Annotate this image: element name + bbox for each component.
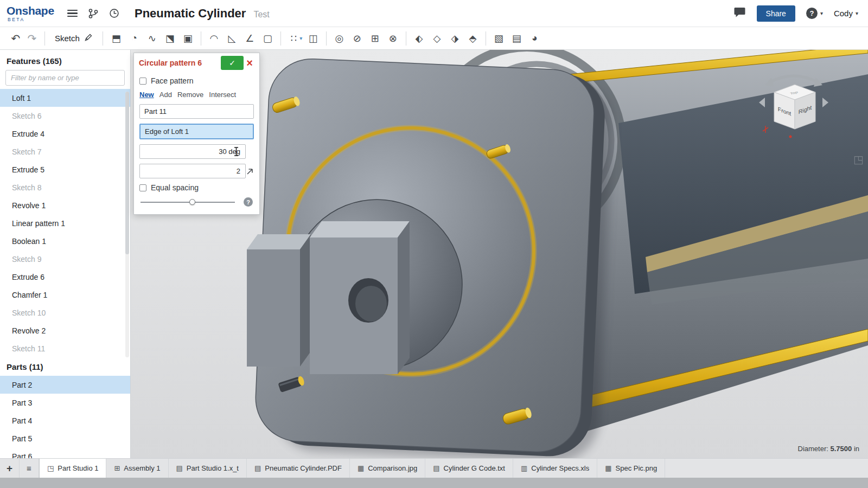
boolean-icon[interactable]: ◎ <box>330 30 348 47</box>
feature-item[interactable]: Sketch 6 <box>0 107 130 125</box>
chamfer-icon[interactable]: ◺ <box>223 30 241 47</box>
feature-item[interactable]: Extrude 4 <box>0 125 130 143</box>
accept-button[interactable]: ✓ <box>221 56 244 70</box>
sweep-icon[interactable]: ∿ <box>143 30 161 47</box>
tab-list-icon[interactable]: ≡ <box>20 459 39 478</box>
user-name: Cody <box>834 9 853 18</box>
feature-item[interactable]: Sketch 9 <box>0 250 130 268</box>
add-tab-button[interactable]: + <box>0 459 20 478</box>
tab-comparison-jpg[interactable]: ▦ Comparison.jpg <box>350 459 425 478</box>
workspace-name[interactable]: Test <box>253 10 269 20</box>
user-menu[interactable]: Cody ▾ <box>834 9 858 18</box>
rotate-arc-icon[interactable] <box>769 76 818 82</box>
tab-cylinder-g-code-txt[interactable]: ▤ Cylinder G Code.txt <box>425 459 513 478</box>
comments-icon[interactable] <box>733 7 746 20</box>
rotate-right-arrow-icon[interactable] <box>814 78 822 87</box>
transform-icon[interactable]: ⊞ <box>366 30 384 47</box>
appearance-icon[interactable]: ▧ <box>490 30 508 47</box>
section-view-icon[interactable]: ◕ <box>526 30 544 47</box>
feature-item[interactable]: Sketch 8 <box>0 178 130 196</box>
parts-header: Parts (11) <box>0 355 130 376</box>
dialog-help-icon[interactable]: ? <box>244 197 253 207</box>
onshape-logo[interactable]: Onshape BETA <box>7 5 59 22</box>
part-item[interactable]: Part 5 <box>0 429 130 447</box>
tab-cylinder-specs-xls[interactable]: ▥ Cylinder Specs.xls <box>513 459 597 478</box>
part-item[interactable]: Part 2 <box>0 376 130 394</box>
ghost-cube-icon[interactable]: ◳ <box>853 153 864 166</box>
pattern-mode-link[interactable]: Remove <box>177 91 203 99</box>
feature-item[interactable]: Sketch 11 <box>0 339 130 355</box>
rotate-left-arrow-icon[interactable] <box>765 78 774 87</box>
flip-direction-icon[interactable] <box>246 167 254 176</box>
chevron-down-icon: ▾ <box>820 10 823 16</box>
draft-icon[interactable]: ∠ <box>241 30 259 47</box>
thicken-icon[interactable]: ▣ <box>179 30 197 47</box>
delete-part-icon[interactable]: ⊗ <box>384 30 402 47</box>
main-menu-icon[interactable] <box>67 10 78 17</box>
clevis-block-left[interactable] <box>247 249 300 367</box>
shell-icon[interactable]: ▢ <box>259 30 277 47</box>
revolve-icon[interactable]: ◔ <box>125 30 143 47</box>
tab-pneumatic-cylinder-pdf[interactable]: ▤ Pneumatic Cylinder.PDF <box>247 459 350 478</box>
replace-face-icon[interactable]: ⬗ <box>446 30 464 47</box>
fillet-icon[interactable]: ◠ <box>205 30 223 47</box>
feature-item[interactable]: Linear pattern 1 <box>0 214 130 232</box>
document-title-group: Pneumatic Cylinder Test <box>135 7 270 21</box>
face-pattern-checkbox[interactable] <box>139 78 146 85</box>
feature-item[interactable]: Extrude 5 <box>0 160 130 178</box>
history-icon[interactable] <box>109 8 119 18</box>
tab-part-studio-1[interactable]: ◳ Part Studio 1 <box>39 459 106 478</box>
loft-icon[interactable]: ⬔ <box>161 30 179 47</box>
offset-surface-icon[interactable]: ⬘ <box>464 30 482 47</box>
part-item[interactable]: Part 6 <box>0 447 130 458</box>
part-item[interactable]: Part 4 <box>0 412 130 429</box>
feature-item[interactable]: Revolve 2 <box>0 322 130 339</box>
feature-list: Loft 1 Sketch 6 Extrude 4 Sketch 7 Extru… <box>0 89 130 355</box>
share-button[interactable]: Share <box>757 5 795 22</box>
feature-item[interactable]: Sketch 10 <box>0 304 130 322</box>
entities-to-pattern-field[interactable]: Part 11 <box>139 104 254 119</box>
feature-item[interactable]: Extrude 6 <box>0 268 130 286</box>
instance-count-input[interactable] <box>139 164 246 178</box>
feature-item[interactable]: Loft 1 <box>0 89 130 107</box>
features-scrollbar-thumb[interactable] <box>125 92 129 254</box>
help-menu[interactable]: ? ▾ <box>806 8 823 19</box>
angle-input[interactable] <box>139 144 246 159</box>
tab-assembly-1[interactable]: ⊞ Assembly 1 <box>106 459 168 478</box>
part-item[interactable]: Part 3 <box>0 394 130 412</box>
feature-item[interactable]: Chamfer 1 <box>0 286 130 304</box>
clevis-left-top-face <box>247 234 311 249</box>
pattern-mode-link[interactable]: Add <box>159 91 172 99</box>
sketch-button[interactable]: Sketch <box>49 33 98 44</box>
move-face-icon[interactable]: ◇ <box>428 30 446 47</box>
preview-slider[interactable] <box>141 202 235 203</box>
pattern-mode-link[interactable]: Intersect <box>209 91 236 99</box>
tab-spec-pic-png[interactable]: ▦ Spec Pic.png <box>597 459 665 478</box>
feature-item[interactable]: Revolve 1 <box>0 196 130 214</box>
pattern-axis-field[interactable]: Edge of Loft 1 <box>139 124 254 139</box>
window-bottom-strip <box>0 478 868 488</box>
axis-origin-marker <box>789 136 792 138</box>
undo-icon[interactable]: ↶ <box>8 32 24 45</box>
named-views-icon[interactable]: ▤ <box>508 30 526 47</box>
tab-part-studio-1-x-t[interactable]: ▤ Part Studio 1.x_t <box>169 459 247 478</box>
cancel-button[interactable]: × <box>244 57 256 69</box>
pattern-dropdown-caret[interactable]: ▾ <box>298 30 304 47</box>
modify-fillet-icon[interactable]: ⬖ <box>410 30 428 47</box>
feature-item[interactable]: Sketch 7 <box>0 143 130 160</box>
view-cube[interactable]: Front Right Top <box>756 68 832 144</box>
versions-icon[interactable] <box>88 8 98 19</box>
equal-spacing-checkbox[interactable] <box>139 184 146 191</box>
pan-left-arrow-icon[interactable] <box>759 98 765 107</box>
pan-right-arrow-icon[interactable] <box>822 98 828 107</box>
preview-slider-thumb[interactable] <box>189 199 195 205</box>
extrude-icon[interactable]: ⬒ <box>107 30 125 47</box>
mirror-icon[interactable]: ◫ <box>304 30 322 47</box>
chevron-down-icon: ▾ <box>856 10 858 16</box>
split-icon[interactable]: ⊘ <box>348 30 366 47</box>
feature-filter-input[interactable] <box>5 70 125 86</box>
pattern-mode-link[interactable]: New <box>139 91 154 99</box>
circular-pattern-dialog: Circular pattern 6 ✓ × Face pattern New … <box>133 53 260 215</box>
feature-item[interactable]: Boolean 1 <box>0 232 130 250</box>
redo-icon[interactable]: ↷ <box>24 32 40 45</box>
